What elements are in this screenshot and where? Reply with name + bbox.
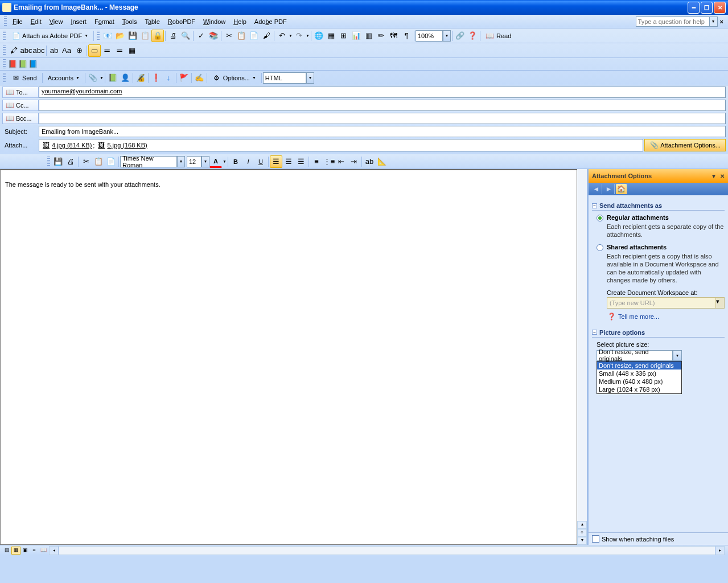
menu-edit[interactable]: Edit xyxy=(27,17,46,26)
line2-icon[interactable]: ═ xyxy=(113,44,126,57)
border-icon[interactable]: ▭ xyxy=(88,44,101,57)
close-button[interactable]: ✕ xyxy=(714,2,726,14)
toolbar-grip[interactable] xyxy=(3,46,6,56)
format-painter-icon[interactable]: 🖌 xyxy=(260,30,273,42)
attachment-options-button[interactable]: 📎Attachment Options... xyxy=(644,139,726,151)
send-button[interactable]: ✉Send xyxy=(7,72,41,84)
insert-table-icon[interactable]: ⊞ xyxy=(338,30,350,42)
collapse-toggle[interactable]: − xyxy=(592,203,597,208)
font-dropdown[interactable]: ▾ xyxy=(177,156,185,167)
paste-icon[interactable]: 📄 xyxy=(248,30,260,42)
signature-icon[interactable]: ✍ xyxy=(193,72,205,84)
show-hide-icon[interactable]: ¶ xyxy=(400,30,413,42)
insert-worksheet-icon[interactable]: 📊 xyxy=(350,30,363,42)
radio-shared-label[interactable]: Shared attachments xyxy=(607,244,667,251)
zoom-combo[interactable]: 100% xyxy=(416,30,443,42)
new-mail-icon[interactable]: 📧 xyxy=(101,30,114,42)
view-print-icon[interactable]: ▣ xyxy=(20,547,30,555)
copy2-icon[interactable]: 📋 xyxy=(92,155,105,168)
menu-robopdf[interactable]: RoboPDF xyxy=(164,17,199,26)
select-browse-button[interactable]: ○ xyxy=(577,529,587,537)
picture-size-option[interactable]: Large (1024 x 768 px) xyxy=(597,385,681,393)
font-color-icon[interactable]: A xyxy=(209,155,222,168)
picture-size-option[interactable]: Don't resize, send originals xyxy=(597,362,681,369)
menu-adobepdf[interactable]: Adobe PDF xyxy=(250,17,291,26)
view-web-icon[interactable]: ▦ xyxy=(11,547,20,555)
menu-table[interactable]: Table xyxy=(141,17,163,26)
fontcolor-dropdown[interactable]: ▼ xyxy=(223,159,227,163)
spellcheck-icon[interactable]: ✓ xyxy=(195,30,207,42)
italic-icon[interactable]: I xyxy=(242,155,254,168)
attachment-item[interactable]: 🖼5.jpg (168 KB) xyxy=(97,141,147,150)
radio-regular-attachments[interactable] xyxy=(597,215,603,221)
save2-icon[interactable]: 💾 xyxy=(52,155,64,168)
workspace-url-dropdown[interactable]: ▾ xyxy=(716,297,725,309)
addressbook-icon[interactable]: 📗 xyxy=(106,72,119,84)
prev-object-button[interactable]: ▴ xyxy=(577,521,587,529)
bullet-list-icon[interactable]: ⋮≡ xyxy=(323,155,335,168)
circle-icon[interactable]: ⊕ xyxy=(73,44,85,57)
cc-button[interactable]: 📖Cc... xyxy=(2,100,39,111)
hyperlink-icon[interactable]: 🌐 xyxy=(312,30,325,42)
align-left-icon[interactable]: ☰ xyxy=(270,155,282,168)
link-icon[interactable]: 🔗 xyxy=(454,30,466,42)
toolbar-grip[interactable] xyxy=(3,31,6,41)
maximize-button[interactable]: ❐ xyxy=(701,2,713,14)
attach-icon[interactable]: 📎 xyxy=(87,72,99,84)
toolbar-grip[interactable] xyxy=(97,31,100,41)
menu-view[interactable]: View xyxy=(46,17,67,26)
numbered-list-icon[interactable]: ≡ xyxy=(310,155,323,168)
show-when-label[interactable]: Show when attaching files xyxy=(602,536,674,543)
spellcheck2-icon[interactable]: abc xyxy=(20,44,32,57)
scroll-right-button[interactable]: ▸ xyxy=(715,547,724,555)
indent-icon[interactable]: ⇥ xyxy=(348,155,360,168)
pdf1-icon[interactable]: 📕 xyxy=(7,59,18,69)
highlight-icon[interactable]: 🖍 xyxy=(7,44,20,57)
attach-dropdown[interactable]: ▼ xyxy=(100,76,104,80)
nav-home-icon[interactable]: 🏠 xyxy=(616,184,627,194)
help-search-input[interactable] xyxy=(636,17,710,27)
columns-icon[interactable]: ▥ xyxy=(363,30,375,42)
show-when-attaching-checkbox[interactable] xyxy=(592,535,599,543)
bcc-field[interactable] xyxy=(39,113,726,124)
format-combo[interactable]: HTML xyxy=(263,72,306,84)
importance-low-icon[interactable]: ↓ xyxy=(162,72,175,84)
view-outline-icon[interactable]: ≡ xyxy=(30,547,39,555)
attach-field[interactable]: 🖼4.jpg (814 KB); 🖼5.jpg (168 KB) xyxy=(39,139,643,151)
message-body-editor[interactable]: The message is ready to be sent with you… xyxy=(1,170,577,544)
bcc-button[interactable]: 📖Bcc... xyxy=(2,113,39,124)
menu-tools[interactable]: Tools xyxy=(118,17,141,26)
align-right-icon[interactable]: ☰ xyxy=(295,155,307,168)
subject-field[interactable] xyxy=(39,126,726,137)
cut2-icon[interactable]: ✂ xyxy=(80,155,92,168)
outdent-icon[interactable]: ⇤ xyxy=(335,155,348,168)
menu-file[interactable]: File xyxy=(9,17,27,26)
taskpane-close[interactable]: ✕ xyxy=(720,173,725,179)
save-icon[interactable]: 💾 xyxy=(126,30,139,42)
drawing-icon[interactable]: ✏ xyxy=(375,30,388,42)
toolbar-grip[interactable] xyxy=(4,17,7,27)
horizontal-scrollbar[interactable]: ◂ ▸ xyxy=(49,546,725,555)
to-button[interactable]: 📖To... xyxy=(2,87,39,98)
to-field[interactable]: yourname@yourdomain.com xyxy=(39,87,726,98)
check-names-icon[interactable]: 👤 xyxy=(119,72,131,84)
font-combo[interactable]: Times New Roman xyxy=(120,156,177,167)
menu-window[interactable]: Window xyxy=(199,17,229,26)
underline-icon[interactable]: U xyxy=(254,155,267,168)
zoom-dropdown[interactable]: ▾ xyxy=(443,30,451,42)
char-icon[interactable]: Aa xyxy=(60,44,73,57)
picture-size-select[interactable]: Don't resize, send originals xyxy=(597,350,673,361)
permission2-icon[interactable]: 🔏 xyxy=(134,72,147,84)
menu-insert[interactable]: Insert xyxy=(67,17,91,26)
line1-icon[interactable]: ═ xyxy=(101,44,113,57)
next-object-button[interactable]: ▾ xyxy=(577,537,587,545)
view-normal-icon[interactable]: ▤ xyxy=(2,547,11,555)
radio-regular-label[interactable]: Regular attachments xyxy=(607,214,669,221)
copy-icon[interactable]: 📋 xyxy=(235,30,248,42)
radio-shared-attachments[interactable] xyxy=(597,244,603,251)
fontsize-combo[interactable]: 12 xyxy=(187,156,201,167)
grid-icon[interactable]: ▦ xyxy=(126,44,138,57)
word-count-icon[interactable]: abc xyxy=(32,44,45,57)
flag-icon[interactable]: 🚩 xyxy=(178,72,190,84)
pdf2-icon[interactable]: 📗 xyxy=(18,59,28,69)
